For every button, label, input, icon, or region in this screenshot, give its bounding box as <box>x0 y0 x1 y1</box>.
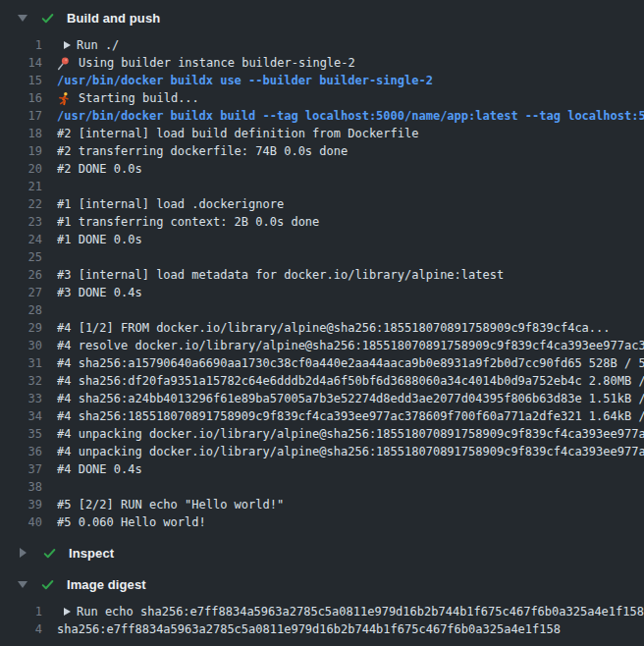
line-number[interactable]: 21 <box>0 178 42 195</box>
log-text: #1 DONE 0.0s <box>57 231 644 248</box>
section-title: Image digest <box>67 577 146 592</box>
line-number[interactable]: 24 <box>0 231 42 248</box>
line-number[interactable]: 34 <box>0 407 42 425</box>
log-text: #4 [1/2] FROM docker.io/library/alpine@s… <box>57 319 644 337</box>
log-text: #4 DONE 0.4s <box>57 460 644 478</box>
log-text: Run echo sha256:e7ff8834a5963a2785c5a081… <box>77 603 644 620</box>
log-line: 22#1 [internal] load .dockerignore <box>0 195 644 213</box>
log-section-build-and-push: Build and push1Run ./14Using builder ins… <box>0 2 644 537</box>
line-number[interactable]: 19 <box>0 142 42 160</box>
log-text: #4 sha256:a15790640a6690aa1730c38cf0a440… <box>57 354 644 372</box>
log-line: 15/usr/bin/docker buildx use --builder b… <box>0 72 644 89</box>
log-text: #4 sha256:a24bb4013296f61e89ba57005a7b3e… <box>57 390 644 407</box>
log-line: 25 <box>0 248 644 266</box>
log-text: #1 [internal] load .dockerignore <box>57 195 644 213</box>
line-number[interactable]: 27 <box>0 284 42 301</box>
log-line: 19#2 transferring dockerfile: 74B 0.0s d… <box>0 142 644 160</box>
log-line: 38 <box>0 478 644 496</box>
log-line: 37#4 DONE 0.4s <box>0 460 644 478</box>
section-header-image-digest[interactable]: Image digest <box>0 568 644 600</box>
line-number[interactable]: 1 <box>0 603 42 620</box>
log-line: 40#5 0.060 Hello world! <box>0 513 644 531</box>
log-text: /usr/bin/docker buildx use --builder bui… <box>57 72 644 89</box>
log-text: /usr/bin/docker buildx build --tag local… <box>57 107 644 125</box>
log-line: 1Run ./ <box>0 36 644 54</box>
chevron-down-icon <box>18 15 27 22</box>
workflow-log: Build and push1Run ./14Using builder ins… <box>0 2 644 644</box>
log-line: 35#4 unpacking docker.io/library/alpine@… <box>0 425 644 443</box>
log-text: #4 unpacking docker.io/library/alpine@sh… <box>57 443 644 460</box>
log-text: #2 [internal] load build definition from… <box>57 125 644 142</box>
log-line: 36#4 unpacking docker.io/library/alpine@… <box>0 443 644 460</box>
log-text: #4 unpacking docker.io/library/alpine@sh… <box>57 425 644 443</box>
success-check-icon <box>42 546 57 561</box>
log-line: 28 <box>0 301 644 319</box>
log-text: #4 resolve docker.io/library/alpine@sha2… <box>57 337 644 354</box>
line-number[interactable]: 22 <box>0 195 42 213</box>
log-line: 21 <box>0 178 644 195</box>
log-text: #2 DONE 0.0s <box>57 160 644 178</box>
log-line: 14Using builder instance builder-single-… <box>0 54 644 72</box>
line-number[interactable]: 31 <box>0 354 42 372</box>
section-title: Inspect <box>69 546 114 561</box>
log-line: 18#2 [internal] load build definition fr… <box>0 125 644 142</box>
chevron-down-icon <box>18 581 27 588</box>
line-number[interactable]: 14 <box>0 54 42 72</box>
log-line: 27#3 DONE 0.4s <box>0 284 644 301</box>
line-number[interactable]: 33 <box>0 390 42 407</box>
log-line: 31#4 sha256:a15790640a6690aa1730c38cf0a4… <box>0 354 644 372</box>
log-block: 1Run ./14Using builder instance builder-… <box>0 33 644 537</box>
success-check-icon <box>40 11 55 26</box>
line-number[interactable]: 39 <box>0 496 42 513</box>
chevron-right-icon <box>20 548 27 558</box>
line-number[interactable]: 37 <box>0 460 42 478</box>
log-text: #5 [2/2] RUN echo "Hello world!" <box>57 496 644 513</box>
log-line: 26#3 [internal] load metadata for docker… <box>0 266 644 284</box>
line-number[interactable]: 29 <box>0 319 42 337</box>
line-number[interactable]: 4 <box>0 620 42 638</box>
log-line: 20#2 DONE 0.0s <box>0 160 644 178</box>
log-line: 1Run echo sha256:e7ff8834a5963a2785c5a08… <box>0 603 644 620</box>
line-number[interactable]: 38 <box>0 478 42 496</box>
log-text: #2 transferring dockerfile: 74B 0.0s don… <box>57 142 644 160</box>
line-number[interactable]: 20 <box>0 160 42 178</box>
log-text: Run ./ <box>77 36 644 54</box>
log-line: 32#4 sha256:df20fa9351a15782c64e6dddb2d4… <box>0 372 644 390</box>
runner-icon <box>56 91 71 106</box>
log-text: #4 sha256:df20fa9351a15782c64e6dddb2d4a6… <box>57 372 644 390</box>
log-line: 23#1 transferring context: 2B 0.0s done <box>0 213 644 231</box>
success-check-icon <box>40 577 55 592</box>
log-text: Starting build... <box>79 89 644 107</box>
log-text: #4 sha256:185518070891758909c9f839cf4ca3… <box>57 407 644 425</box>
line-number[interactable]: 23 <box>0 213 42 231</box>
log-group-expander-icon[interactable] <box>64 41 71 49</box>
line-number[interactable]: 18 <box>0 125 42 142</box>
line-number[interactable]: 28 <box>0 301 42 319</box>
line-number[interactable]: 36 <box>0 443 42 460</box>
log-group-expander-icon[interactable] <box>64 608 71 616</box>
line-number[interactable]: 1 <box>0 36 42 54</box>
line-number[interactable]: 17 <box>0 107 42 125</box>
log-line: 16Starting build... <box>0 89 644 107</box>
line-number[interactable]: 26 <box>0 266 42 284</box>
line-number[interactable]: 32 <box>0 372 42 390</box>
log-line: 39#5 [2/2] RUN echo "Hello world!" <box>0 496 644 513</box>
section-title: Build and push <box>67 11 160 26</box>
line-number[interactable]: 35 <box>0 425 42 443</box>
actions-log-viewer: { "colors": { "background": "#24292e", "… <box>0 0 644 646</box>
section-header-build-and-push[interactable]: Build and push <box>0 2 644 33</box>
line-number[interactable]: 16 <box>0 89 42 107</box>
line-number[interactable]: 25 <box>0 248 42 266</box>
log-line: 4sha256:e7ff8834a5963a2785c5a0811e979d16… <box>0 620 644 638</box>
log-text: Using builder instance builder-single-2 <box>79 54 644 72</box>
pushpin-icon <box>56 56 71 71</box>
log-line: 24#1 DONE 0.0s <box>0 231 644 248</box>
line-number[interactable]: 15 <box>0 72 42 89</box>
line-number[interactable]: 40 <box>0 513 42 531</box>
line-number[interactable]: 30 <box>0 337 42 354</box>
section-header-inspect[interactable]: Inspect <box>0 537 644 568</box>
log-text: #5 0.060 Hello world! <box>57 513 644 531</box>
log-block: 1Run echo sha256:e7ff8834a5963a2785c5a08… <box>0 600 644 644</box>
log-text: sha256:e7ff8834a5963a2785c5a0811e979d16b… <box>57 620 644 638</box>
log-line: 30#4 resolve docker.io/library/alpine@sh… <box>0 337 644 354</box>
